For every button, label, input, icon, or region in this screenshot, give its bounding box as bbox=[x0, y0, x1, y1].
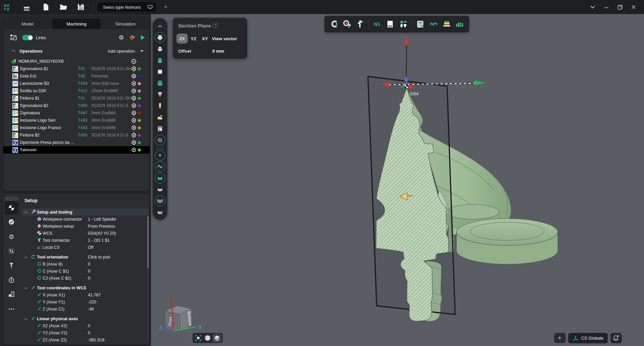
surface-filled-icon[interactable] bbox=[155, 173, 165, 183]
property-value[interactable]: 41.787 bbox=[88, 293, 101, 297]
surface-point-icon[interactable] bbox=[155, 207, 165, 218]
save-button[interactable] bbox=[76, 2, 86, 12]
tape-measure-icon[interactable] bbox=[341, 18, 352, 30]
transform-axes-icon[interactable] bbox=[5, 244, 18, 258]
chevron-down-icon[interactable] bbox=[24, 211, 27, 213]
spline-icon[interactable] bbox=[155, 161, 165, 172]
plane-option-xy[interactable]: XY bbox=[199, 34, 211, 44]
setup-property-row[interactable]: Y (Asse Y1)-220 bbox=[22, 298, 148, 305]
operation-row[interactable]: Takeover bbox=[3, 146, 150, 154]
property-value[interactable]: -220 bbox=[88, 300, 96, 304]
run-simulation-icon[interactable] bbox=[141, 35, 145, 40]
wcs-origin-icon[interactable] bbox=[5, 201, 18, 215]
operation-visibility-radio[interactable] bbox=[131, 125, 137, 130]
window-dropdown-icon[interactable] bbox=[590, 5, 595, 9]
property-value[interactable]: 0 bbox=[88, 331, 90, 335]
property-value[interactable]: 0 bbox=[88, 276, 90, 281]
operation-visibility-radio[interactable] bbox=[131, 66, 137, 71]
operation-visibility-radio[interactable] bbox=[131, 147, 137, 153]
settings-gear-icon[interactable]: ⚙ bbox=[5, 230, 18, 243]
setup-section-row[interactable]: Linear physical axes bbox=[22, 315, 148, 322]
operation-visibility-radio[interactable] bbox=[131, 96, 137, 101]
links-toggle[interactable] bbox=[22, 35, 33, 40]
collapse-all-radio[interactable] bbox=[131, 59, 137, 64]
section-cube-icon[interactable] bbox=[213, 334, 221, 342]
setup-property-row[interactable]: WCSG54(X0 Y0 Z0) bbox=[22, 230, 148, 237]
drill-bit-icon[interactable] bbox=[155, 101, 165, 111]
add-cs-button[interactable]: + bbox=[554, 333, 566, 343]
property-value[interactable]: -40 bbox=[88, 307, 94, 311]
setup-section-row[interactable]: Setup and tooling bbox=[22, 209, 148, 216]
navigate-icon[interactable] bbox=[5, 215, 18, 229]
control-panel-icon[interactable] bbox=[155, 123, 165, 134]
restore-icon[interactable] bbox=[618, 5, 623, 10]
operation-visibility-radio[interactable] bbox=[131, 73, 137, 79]
chevron-down-icon[interactable] bbox=[24, 317, 27, 320]
plane-option-zx[interactable]: ZX bbox=[176, 34, 188, 44]
setup-property-row[interactable]: Z (Asse Z1)-40 bbox=[22, 305, 148, 312]
operation-visibility-radio[interactable] bbox=[131, 132, 137, 138]
property-value[interactable]: Off bbox=[88, 245, 93, 250]
setup-scrollbar-thumb[interactable] bbox=[147, 216, 149, 268]
operation-row[interactable]: Incisione Logo FrancoT#433mm EndMill bbox=[3, 124, 150, 131]
point-icon[interactable] bbox=[155, 150, 165, 161]
operation-row[interactable]: Sgrossatura $2T#50SDJCR 1616 K11-S bbox=[3, 102, 150, 109]
main-menu-button[interactable] bbox=[21, 2, 32, 12]
operation-row[interactable]: Scritta su D30T#1225mm EndMill bbox=[3, 87, 150, 95]
operations-settings-icon[interactable]: ⚙ bbox=[119, 34, 124, 41]
property-value[interactable]: G54(X0 Y0 Z0) bbox=[88, 231, 116, 236]
setup-property-row[interactable]: X (Asse X1)41.787 bbox=[22, 291, 148, 298]
rail-handle[interactable] bbox=[5, 196, 18, 201]
operation-row[interactable]: Lavorazione 5DT#344mm Ball nose bbox=[3, 80, 150, 87]
property-value[interactable]: From Previous bbox=[88, 224, 115, 229]
surface-ghost-icon[interactable] bbox=[155, 184, 165, 195]
operation-row[interactable]: Operzione Presa pezzo da ... bbox=[3, 139, 150, 146]
setup-property-row[interactable]: B (Asse B)0 bbox=[22, 261, 148, 268]
caliper-icon[interactable] bbox=[355, 18, 366, 30]
material-pattern-icon[interactable] bbox=[5, 288, 18, 301]
setup-section-row[interactable]: Tool coordinates in WCS bbox=[22, 284, 148, 291]
setup-property-row[interactable]: Tool connector1 - OD 1 $1 bbox=[22, 237, 148, 244]
collapse-operations-icon[interactable] bbox=[11, 50, 15, 53]
stock-box-icon[interactable] bbox=[155, 66, 165, 77]
press-stack-icon[interactable] bbox=[441, 18, 452, 30]
setup-property-row[interactable]: Workpiece setupFrom Previous bbox=[22, 223, 148, 230]
operation-visibility-radio[interactable] bbox=[131, 88, 137, 94]
property-value[interactable]: Click to pick bbox=[88, 255, 110, 260]
offset-value[interactable]: 0 mm bbox=[212, 49, 224, 54]
chevron-down-icon[interactable] bbox=[24, 286, 27, 289]
tab-machining[interactable]: Machining bbox=[52, 19, 101, 29]
property-value[interactable]: 0 bbox=[88, 324, 90, 328]
setup-property-row[interactable]: C (Asse C $1)0 bbox=[22, 268, 148, 275]
setup-property-row[interactable]: X2 (Asse X2)0 bbox=[22, 322, 148, 329]
fit-view-icon[interactable] bbox=[194, 334, 203, 342]
operation-row[interactable]: Incisione Logo SeriT#433mm EndMill bbox=[3, 117, 150, 124]
setup-section-row[interactable]: Tool orientationClick to pick bbox=[22, 253, 148, 261]
recalculate-icon[interactable]: ⟳ bbox=[130, 34, 135, 41]
workpiece-main-icon[interactable] bbox=[155, 32, 165, 43]
more-options-icon[interactable] bbox=[5, 302, 18, 316]
chuck-full-icon[interactable] bbox=[155, 78, 165, 89]
add-operation-caret-icon[interactable] bbox=[140, 50, 144, 52]
machine-root-row[interactable]: NOMURA_NN32YB2XB bbox=[3, 58, 150, 65]
chuck-part-icon[interactable] bbox=[155, 55, 165, 66]
operation-row[interactable]: Finitura $2T#50SDJCR 1616 K11-S bbox=[3, 131, 150, 139]
sheet-view-icon[interactable] bbox=[385, 18, 396, 30]
add-tab-button[interactable]: + bbox=[161, 2, 171, 12]
threading-tool-icon[interactable] bbox=[5, 259, 18, 272]
property-value[interactable]: 0 bbox=[88, 262, 90, 267]
nc-code-icon[interactable]: N1 bbox=[371, 18, 382, 30]
setup-property-row[interactable]: Z2 (Asse Z2)-381.516 bbox=[22, 336, 148, 343]
operation-visibility-radio[interactable] bbox=[131, 110, 137, 116]
operation-visibility-radio[interactable] bbox=[131, 81, 137, 86]
snap-magnet-icon[interactable] bbox=[328, 18, 339, 30]
setup-property-row[interactable]: Local CSOff bbox=[22, 244, 148, 251]
tool-holder-icon[interactable] bbox=[155, 89, 165, 100]
property-value[interactable]: 1 - Left Spindle bbox=[88, 217, 116, 222]
tab-simulation[interactable]: Simulation bbox=[101, 18, 150, 30]
operation-row[interactable]: Finitura $1T#1SDJCR 1616 K11-SH bbox=[3, 95, 150, 102]
minimize-icon[interactable] bbox=[604, 5, 609, 9]
setup-property-row[interactable]: Y2 (Asse Y2)0 bbox=[22, 329, 148, 336]
spindle-part-icon[interactable] bbox=[155, 44, 165, 54]
property-value[interactable]: 1 - OD 1 $1 bbox=[88, 238, 110, 243]
